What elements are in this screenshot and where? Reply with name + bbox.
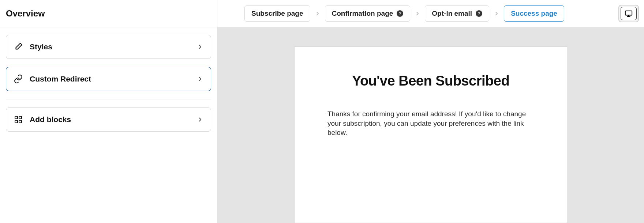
svg-rect-0	[15, 116, 18, 119]
custom-redirect-button[interactable]: Custom Redirect	[6, 67, 211, 91]
custom-redirect-label: Custom Redirect	[30, 75, 190, 83]
monitor-icon	[625, 10, 633, 18]
step-breadcrumb: Subscribe page Confirmation page ? Opt-i…	[222, 5, 615, 22]
svg-rect-2	[15, 120, 18, 123]
chevron-right-icon	[197, 44, 203, 50]
add-blocks-label: Add blocks	[30, 115, 190, 124]
desktop-view-button[interactable]	[621, 7, 637, 20]
help-icon[interactable]: ?	[397, 10, 403, 17]
step-success-page[interactable]: Success page	[504, 5, 564, 22]
svg-rect-3	[19, 120, 22, 123]
step-confirmation-page[interactable]: Confirmation page ?	[325, 5, 411, 22]
device-toggle	[618, 5, 639, 22]
step-label: Opt-in email	[432, 10, 472, 18]
sidebar-section-settings: Styles Custom Redirect	[6, 35, 211, 99]
sidebar-section-blocks: Add blocks	[6, 107, 211, 140]
grid-icon	[14, 115, 23, 124]
preview-heading: You've Been Subscribed	[327, 73, 534, 89]
sidebar-header: Overview	[0, 0, 217, 27]
chevron-right-icon	[197, 76, 203, 82]
chevron-right-icon	[197, 116, 203, 123]
help-icon[interactable]: ?	[476, 10, 482, 17]
sidebar-title: Overview	[6, 8, 45, 19]
step-label: Subscribe page	[251, 10, 303, 18]
add-blocks-button[interactable]: Add blocks	[6, 107, 211, 132]
step-label: Success page	[511, 10, 557, 18]
preview-card[interactable]: You've Been Subscribed Thanks for confir…	[294, 46, 567, 223]
step-subscribe-page[interactable]: Subscribe page	[244, 5, 310, 22]
preview-body-text: Thanks for confirming your email address…	[327, 109, 534, 137]
svg-rect-4	[625, 11, 632, 15]
chevron-right-icon	[315, 11, 321, 16]
chevron-right-icon	[494, 11, 499, 16]
chevron-right-icon	[415, 11, 420, 16]
pencil-icon	[14, 42, 23, 52]
step-label: Confirmation page	[332, 10, 393, 18]
sidebar: Overview Styles	[0, 0, 217, 223]
step-optin-email[interactable]: Opt-in email ?	[425, 5, 489, 22]
preview-canvas: You've Been Subscribed Thanks for confir…	[217, 27, 644, 223]
main: Subscribe page Confirmation page ? Opt-i…	[217, 0, 644, 223]
link-icon	[14, 74, 23, 84]
sidebar-body: Styles Custom Redirect	[0, 27, 217, 140]
styles-button[interactable]: Styles	[6, 35, 211, 59]
styles-label: Styles	[30, 42, 190, 51]
svg-rect-1	[19, 116, 22, 119]
topbar: Subscribe page Confirmation page ? Opt-i…	[217, 0, 644, 27]
